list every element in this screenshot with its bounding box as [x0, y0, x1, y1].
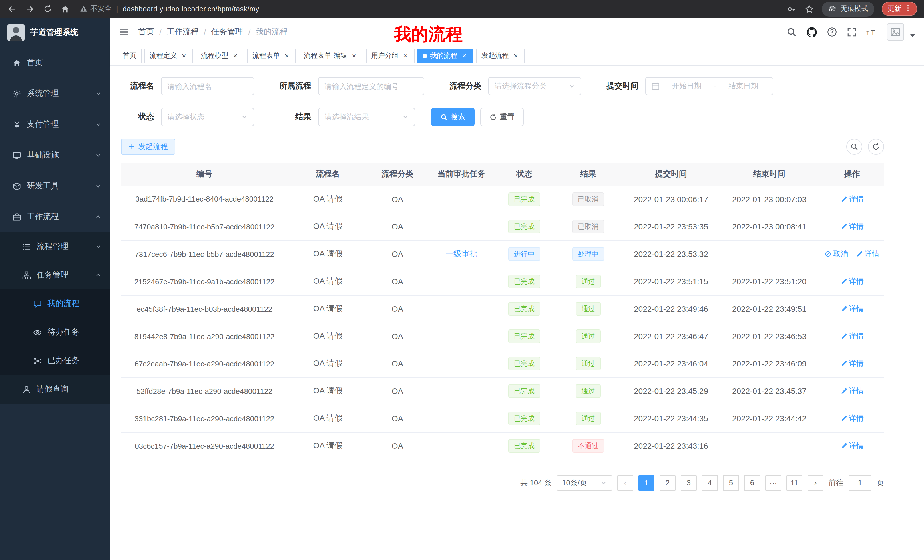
sidebar-item-label: 基础设施 — [27, 150, 59, 160]
detail-link[interactable]: 详情 — [840, 386, 864, 396]
detail-link[interactable]: 详情 — [840, 276, 864, 287]
current-task-link[interactable]: 一级审批 — [446, 249, 477, 258]
sidebar-item-11[interactable]: 请假查询 — [0, 375, 110, 404]
breadcrumb-item-home[interactable]: 首页 — [138, 27, 154, 37]
cell-actions: 详情 — [820, 405, 884, 432]
sidebar-item-9[interactable]: 待办任务 — [0, 318, 110, 346]
sidebar-item-3[interactable]: 基础设施 — [0, 140, 110, 171]
page-button-3[interactable]: 3 — [681, 475, 697, 491]
toggle-search-button[interactable] — [846, 139, 862, 155]
cell-process-id: 7317cec6-7b9b-11ec-b5b7-acde48001122 — [121, 240, 288, 268]
chevron-down-icon — [241, 114, 248, 120]
jump-page-input[interactable] — [849, 475, 872, 491]
filter-label-definition: 所属流程 — [266, 81, 318, 91]
close-icon[interactable]: × — [512, 52, 520, 60]
process-name-input[interactable] — [161, 77, 254, 95]
tab-0[interactable]: 首页 — [118, 48, 142, 63]
sidebar-item-1[interactable]: 系统管理 — [0, 78, 110, 109]
detail-link[interactable]: 详情 — [840, 413, 864, 424]
category-select[interactable]: 请选择流程分类 — [488, 77, 581, 95]
result-badge: 通过 — [576, 275, 601, 288]
key-icon[interactable] — [786, 4, 796, 14]
star-icon[interactable] — [804, 4, 814, 14]
tab-7[interactable]: 发起流程× — [476, 48, 525, 63]
font-size-icon[interactable]: TT — [866, 27, 877, 37]
page-button-1[interactable]: 1 — [639, 475, 654, 491]
detail-link[interactable]: 详情 — [840, 441, 864, 451]
close-icon[interactable]: × — [350, 52, 358, 60]
avatar[interactable] — [887, 23, 904, 40]
process-definition-input[interactable] — [318, 77, 424, 95]
search-button[interactable]: 搜索 — [431, 108, 475, 126]
sidebar-item-8[interactable]: 我的流程 — [0, 289, 110, 318]
cell-submit-time: 2022-01-22 23:45:29 — [624, 377, 718, 405]
refresh-table-button[interactable] — [868, 139, 884, 155]
close-icon[interactable]: × — [402, 52, 410, 60]
close-icon[interactable]: × — [180, 52, 188, 60]
result-badge: 通过 — [576, 329, 601, 343]
reset-button-label: 重置 — [500, 112, 514, 122]
tab-4[interactable]: 流程表单-编辑× — [298, 48, 363, 63]
detail-link[interactable]: 详情 — [840, 358, 864, 369]
detail-link[interactable]: 详情 — [840, 304, 864, 314]
tab-2[interactable]: 流程模型× — [196, 48, 244, 63]
github-icon[interactable] — [806, 27, 817, 37]
create-process-button[interactable]: 发起流程 — [121, 139, 176, 155]
home-icon[interactable] — [60, 4, 70, 14]
sidebar-item-10[interactable]: 已办任务 — [0, 346, 110, 375]
tab-3[interactable]: 流程表单× — [247, 48, 296, 63]
breadcrumb-item-task[interactable]: 任务管理 — [211, 27, 243, 37]
sidebar-item-5[interactable]: 工作流程 — [0, 202, 110, 232]
help-icon[interactable] — [827, 27, 837, 37]
cell-process-id: 819442e8-7b9a-11ec-a290-acde48001122 — [121, 322, 288, 350]
table-row: 331bc281-7b9a-11ec-a290-acde48001122OA 请… — [121, 405, 884, 432]
page-button-11[interactable]: 11 — [786, 475, 802, 491]
detail-link[interactable]: 详情 — [840, 194, 864, 204]
address-bar[interactable]: 不安全 | dashboard.yudao.iocoder.cn/bpm/tas… — [80, 4, 779, 14]
hamburger-icon[interactable] — [119, 27, 129, 37]
back-icon[interactable] — [7, 4, 17, 14]
sidebar-item-7[interactable]: 任务管理 — [0, 261, 110, 289]
page-button-2[interactable]: 2 — [660, 475, 676, 491]
app-logo[interactable]: 芋道管理系统 — [0, 18, 110, 47]
next-page-button[interactable]: › — [807, 475, 824, 491]
result-select[interactable]: 请选择流结果 — [318, 108, 415, 126]
cell-process-id: 7470a810-7b9b-11ec-b5b7-acde48001122 — [121, 213, 288, 240]
reset-button[interactable]: 重置 — [480, 108, 524, 126]
sidebar-item-6[interactable]: 流程管理 — [0, 232, 110, 261]
tab-6[interactable]: 我的流程× — [417, 48, 473, 63]
page-ellipsis[interactable]: ··· — [765, 475, 781, 491]
tab-5[interactable]: 用户分组× — [366, 48, 415, 63]
cell-status: 已完成 — [496, 377, 553, 405]
submit-time-range-picker[interactable]: 开始日期 - 结束日期 — [645, 77, 773, 95]
forward-icon[interactable] — [24, 4, 35, 14]
close-icon[interactable]: × — [460, 52, 468, 60]
detail-link[interactable]: 详情 — [840, 331, 864, 341]
page-button-6[interactable]: 6 — [744, 475, 760, 491]
tab-label: 流程定义 — [150, 51, 177, 60]
update-button[interactable]: 更新 — [882, 2, 917, 16]
filter-label-submit-time: 提交时间 — [593, 81, 645, 91]
breadcrumb-item-workflow[interactable]: 工作流程 — [167, 27, 199, 37]
sidebar-item-2[interactable]: 支付管理 — [0, 109, 110, 140]
chevron-down-icon[interactable] — [910, 34, 915, 37]
fullscreen-icon[interactable] — [847, 27, 856, 37]
status-select[interactable]: 请选择状态 — [161, 108, 254, 126]
page-button-4[interactable]: 4 — [702, 475, 718, 491]
navbar: 首页 / 工作流程 / 任务管理 / 我的流程 我的流程 TT — [110, 18, 924, 46]
cell-status: 已完成 — [496, 432, 553, 460]
close-icon[interactable]: × — [231, 52, 239, 60]
prev-page-button[interactable]: ‹ — [617, 475, 633, 491]
cell-status: 已完成 — [496, 350, 553, 377]
reload-icon[interactable] — [42, 4, 52, 14]
sidebar-item-0[interactable]: 首页 — [0, 47, 110, 78]
search-icon[interactable] — [786, 27, 796, 37]
cancel-link[interactable]: 取消 — [825, 249, 848, 259]
close-icon[interactable]: × — [283, 52, 291, 60]
page-button-5[interactable]: 5 — [723, 475, 739, 491]
sidebar-item-4[interactable]: 研发工具 — [0, 171, 110, 202]
detail-link[interactable]: 详情 — [840, 222, 864, 232]
page-size-select[interactable]: 10条/页 — [557, 475, 612, 491]
detail-link[interactable]: 详情 — [856, 249, 879, 259]
tab-1[interactable]: 流程定义× — [144, 48, 193, 63]
